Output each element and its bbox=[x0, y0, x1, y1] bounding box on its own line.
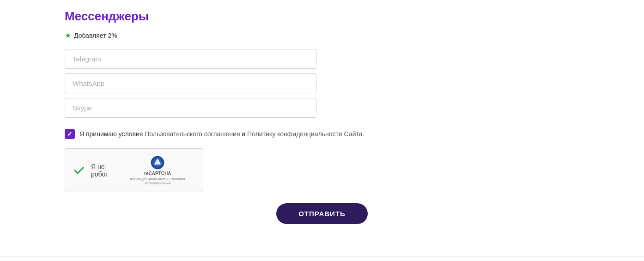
recaptcha-right: reCAPTCHA Конфиденциальность - Условия и… bbox=[120, 155, 195, 185]
main-content: Мессенджеры ★ Добавляет 2% Я принимаю ус… bbox=[0, 0, 644, 256]
terms-row: Я принимаю условия Пользовательского сог… bbox=[65, 129, 579, 139]
skype-input[interactable] bbox=[65, 98, 316, 118]
bonus-badge: ★ Добавляет 2% bbox=[65, 31, 579, 40]
recaptcha-links: Конфиденциальность - Условия использован… bbox=[120, 177, 195, 185]
footer: Организаций в России - 2 710 181 Услуг в… bbox=[0, 256, 644, 261]
recaptcha-logo-icon bbox=[150, 155, 165, 170]
recaptcha-label: Я не робот bbox=[91, 163, 120, 178]
terms-checkbox[interactable] bbox=[65, 129, 75, 139]
whatsapp-input[interactable] bbox=[65, 73, 316, 93]
recaptcha-checkmark bbox=[73, 164, 85, 177]
recaptcha-box[interactable]: Я не робот reCAPTCHA Конфиденциальность … bbox=[65, 148, 203, 192]
submit-row: ОТПРАВИТЬ bbox=[65, 203, 579, 224]
bonus-text: Добавляет 2% bbox=[74, 32, 117, 39]
submit-button[interactable]: ОТПРАВИТЬ bbox=[276, 203, 368, 224]
recaptcha-left: Я не робот bbox=[73, 163, 120, 178]
terms-link1[interactable]: Пользовательского соглашения bbox=[145, 130, 240, 138]
telegram-input[interactable] bbox=[65, 49, 316, 69]
terms-text: Я принимаю условия Пользовательского сог… bbox=[79, 130, 364, 138]
star-icon: ★ bbox=[65, 31, 71, 40]
recaptcha-brand: reCAPTCHA bbox=[144, 171, 171, 176]
terms-link2[interactable]: Политику конфиденциальности Сайта bbox=[247, 130, 362, 138]
section-title: Мессенджеры bbox=[65, 9, 579, 24]
